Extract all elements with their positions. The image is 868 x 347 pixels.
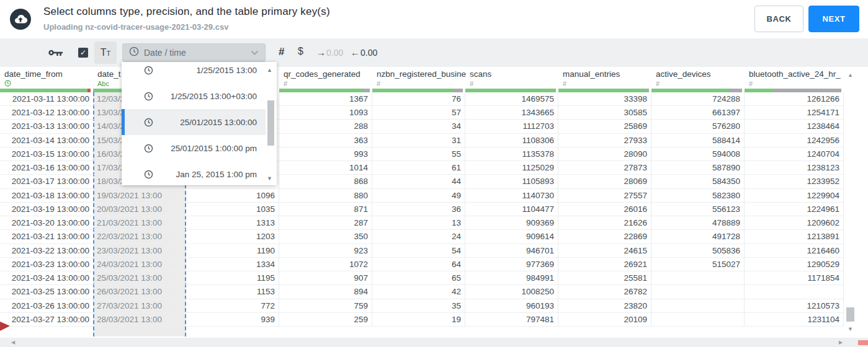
column-type-indicator: Abc	[97, 80, 109, 88]
table-cell: 1209602	[745, 216, 844, 230]
dropdown-option-label: Jan 25, 2015 1:00 pm	[153, 170, 266, 179]
currency-type-button[interactable]: $	[298, 46, 303, 57]
table-cell	[651, 299, 745, 313]
dropdown-scroll-down-icon[interactable]: ▼	[267, 175, 272, 182]
table-cell: 24615	[558, 244, 651, 258]
table-cell: 259	[279, 313, 372, 327]
column-type-indicator: #	[656, 80, 660, 88]
table-cell: 2021-03-19 13:00:00	[0, 203, 93, 216]
scroll-left-icon[interactable]: ◀	[11, 340, 15, 345]
table-cell: 65	[372, 271, 465, 285]
table-cell: 20/03/2021 13:00	[93, 203, 186, 216]
text-type-button[interactable]: Tt	[94, 42, 117, 64]
table-row: 2021-03-22 13:00:0023/03/2021 13:0011909…	[0, 244, 844, 258]
horizontal-scroll-thumb[interactable]	[858, 340, 868, 345]
table-cell: 24/03/2021 13:00	[93, 258, 186, 271]
table-cell: 57	[372, 106, 465, 120]
table-cell: 894	[279, 285, 372, 299]
column-type-indicator: #	[284, 80, 287, 88]
next-button[interactable]: NEXT	[808, 6, 859, 32]
column-header-date_time_from[interactable]: date_time_from	[0, 67, 93, 92]
table-cell: 909614	[465, 230, 558, 244]
table-cell: 36	[372, 203, 465, 216]
dropdown-scroll-up-icon[interactable]: ▲	[267, 67, 272, 73]
table-cell: 584350	[651, 175, 745, 188]
table-cell: 491728	[651, 230, 745, 244]
column-header-active_devices[interactable]: active_devices#	[651, 67, 745, 92]
scroll-down-icon[interactable]: ▼	[848, 326, 853, 332]
column-name: bluetooth_active_24_hr_	[749, 69, 841, 79]
column-name: manual_entries	[563, 69, 620, 79]
decimal-value: 0.00	[326, 48, 343, 58]
csv-upload-wizard: Select columns type, precision, and the …	[0, 0, 868, 347]
dropdown-scroll-thumb[interactable]	[267, 100, 274, 146]
increase-decimal-button[interactable]: ← 0.00	[351, 47, 377, 58]
table-cell: 350	[279, 230, 372, 244]
table-cell: 1135378	[465, 147, 558, 161]
table-cell: 1190	[186, 244, 279, 258]
table-cell: 28090	[558, 147, 651, 161]
scroll-right-icon[interactable]: ▶	[839, 340, 843, 345]
dropdown-option[interactable]: 1/25/2015 13:00	[122, 62, 266, 83]
table-row: 2021-03-18 13:00:0019/03/2021 13:0010968…	[0, 189, 844, 203]
table-row: 2021-03-19 13:00:0020/03/2021 13:0010358…	[0, 203, 844, 216]
table-cell: 907	[279, 271, 372, 285]
back-button[interactable]: BACK	[754, 6, 803, 32]
table-cell: 1014	[279, 161, 372, 175]
clock-icon	[144, 92, 153, 101]
primary-key-icon[interactable]	[48, 48, 64, 60]
column-header-bluetooth_active_24_hr_[interactable]: bluetooth_active_24_hr_#	[745, 67, 844, 92]
vertical-scrollbar[interactable]: ▲ ▼	[845, 67, 857, 338]
dropdown-option-selected[interactable]: 25/01/2015 13:00:00	[122, 109, 266, 135]
table-cell: 76	[372, 92, 465, 106]
table-cell: 64	[372, 258, 465, 271]
table-cell: 1125029	[465, 161, 558, 175]
boolean-type-checkbox[interactable]: ✓	[78, 48, 88, 58]
table-cell: 2021-03-22 13:00:00	[0, 244, 93, 258]
dropdown-option-label: 1/25/2015 13:00	[153, 66, 266, 75]
table-cell: 759	[279, 299, 372, 313]
datetime-format-select[interactable]: Date / time	[122, 43, 266, 62]
dropdown-option[interactable]: Jan 25, 2015 1:00 pm	[122, 161, 266, 185]
column-header-scans[interactable]: scans#	[465, 67, 558, 92]
clock-icon	[144, 118, 153, 127]
column-header-qr_codes_generated[interactable]: qr_codes_generated#	[279, 67, 372, 92]
upload-cloud-icon	[10, 9, 31, 30]
integer-type-button[interactable]: #	[279, 46, 284, 58]
dropdown-option[interactable]: 25/01/2015 1:00:00 pm	[122, 135, 266, 161]
table-cell: 1104477	[465, 203, 558, 216]
table-cell: 1233952	[745, 175, 844, 188]
column-header-manual_entries[interactable]: manual_entries#	[558, 67, 651, 92]
table-cell: 1261266	[745, 92, 844, 106]
table-cell: 1290529	[745, 258, 844, 271]
header-bar: Select columns type, precision, and the …	[0, 0, 868, 38]
datetime-format-dropdown: ▲ ▼ 1/25/2015 13:001/25/2015 13:00+03:00…	[122, 62, 277, 185]
table-cell: 576280	[651, 120, 745, 133]
table-cell: 33398	[558, 92, 651, 106]
table-cell: 1229904	[745, 189, 844, 203]
table-cell: 55	[372, 147, 465, 161]
table-cell: 27557	[558, 189, 651, 203]
table-cell: 1093	[279, 106, 372, 120]
clock-icon	[144, 170, 153, 179]
dropdown-option[interactable]: 1/25/2015 13:00+03:00	[122, 83, 266, 109]
decrease-decimal-button[interactable]: → 0.00	[316, 47, 343, 58]
table-cell: 26016	[558, 203, 651, 216]
dropdown-option-label: 25/01/2015 1:00:00 pm	[153, 144, 266, 153]
scroll-up-icon[interactable]: ▲	[848, 72, 853, 78]
table-cell: 1238123	[745, 161, 844, 175]
table-cell: 288	[279, 120, 372, 133]
table-cell: 582380	[651, 189, 745, 203]
column-header-nzbn_registered_busine[interactable]: nzbn_registered_busine#	[372, 67, 465, 92]
table-cell: 1108306	[465, 134, 558, 147]
horizontal-scrollbar[interactable]: ◀ ▶	[0, 338, 868, 347]
table-cell: 1008250	[465, 285, 558, 299]
table-cell: 2021-03-24 13:00:00	[0, 271, 93, 285]
table-cell: 1469575	[465, 92, 558, 106]
column-name: scans	[470, 69, 491, 79]
table-cell: 22869	[558, 230, 651, 244]
page-title: Select columns type, precision, and the …	[43, 6, 330, 18]
dropdown-option-label: 25/01/2015 13:00:00	[153, 118, 266, 127]
vertical-scroll-thumb[interactable]	[846, 307, 854, 322]
table-cell: 21/03/2021 13:00	[93, 216, 186, 230]
